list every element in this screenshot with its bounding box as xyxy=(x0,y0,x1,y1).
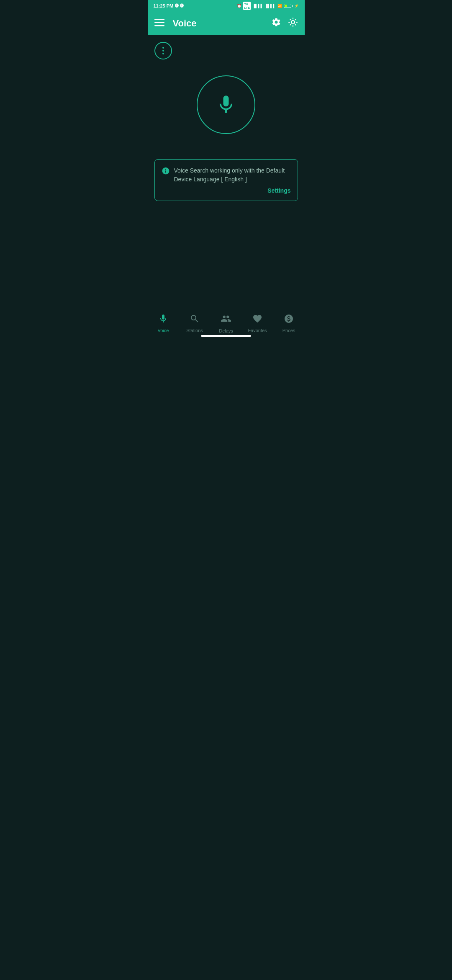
delays-nav-label: Delays xyxy=(219,328,233,333)
prices-nav-label: Prices xyxy=(282,328,295,333)
stations-nav-label: Stations xyxy=(186,328,203,333)
delays-nav-icon xyxy=(221,313,231,327)
voice-nav-label: Voice xyxy=(158,328,169,333)
status-bar: 11:25 PM 🅟 🅟 ⏰ YoLTE ▐▌▌▌ ▐▌▌▌ 📶 ⚡ xyxy=(148,0,305,12)
nav-item-stations[interactable]: Stations xyxy=(179,314,211,333)
app-bar-actions xyxy=(271,17,298,30)
bottom-nav: Voice Stations Delays Favorites xyxy=(148,311,305,340)
info-box: Voice Search working only with the Defau… xyxy=(154,159,298,201)
info-box-content: Voice Search working only with the Defau… xyxy=(162,166,291,184)
more-options-button[interactable] xyxy=(154,42,172,59)
menu-icon[interactable] xyxy=(154,19,164,28)
main-content: Voice Search working only with the Defau… xyxy=(148,35,305,311)
page-title: Voice xyxy=(173,18,271,29)
settings-icon[interactable] xyxy=(271,17,281,30)
app-bar: Voice xyxy=(148,12,305,35)
favorites-nav-label: Favorites xyxy=(248,328,267,333)
more-dots-icon xyxy=(162,47,164,54)
nav-item-favorites[interactable]: Favorites xyxy=(242,314,273,333)
status-time: 11:25 PM 🅟 🅟 xyxy=(154,3,184,8)
info-message: Voice Search working only with the Defau… xyxy=(174,166,291,184)
voice-nav-icon xyxy=(158,314,168,326)
favorites-nav-icon xyxy=(252,314,262,326)
microphone-button[interactable] xyxy=(197,75,255,134)
battery-indicator xyxy=(284,4,293,8)
svg-rect-1 xyxy=(154,22,164,23)
prices-nav-icon xyxy=(284,314,294,326)
nav-item-voice[interactable]: Voice xyxy=(148,314,179,333)
nav-item-prices[interactable]: Prices xyxy=(273,314,305,333)
info-settings-link[interactable]: Settings xyxy=(267,187,290,194)
info-icon xyxy=(162,167,170,177)
svg-rect-0 xyxy=(154,19,164,20)
home-indicator xyxy=(201,335,251,337)
stations-nav-icon xyxy=(190,314,200,326)
nav-item-delays[interactable]: Delays xyxy=(211,313,242,333)
status-icons: ⏰ YoLTE ▐▌▌▌ ▐▌▌▌ 📶 ⚡ xyxy=(237,2,299,10)
svg-rect-2 xyxy=(154,25,164,26)
brightness-icon[interactable] xyxy=(288,17,298,30)
